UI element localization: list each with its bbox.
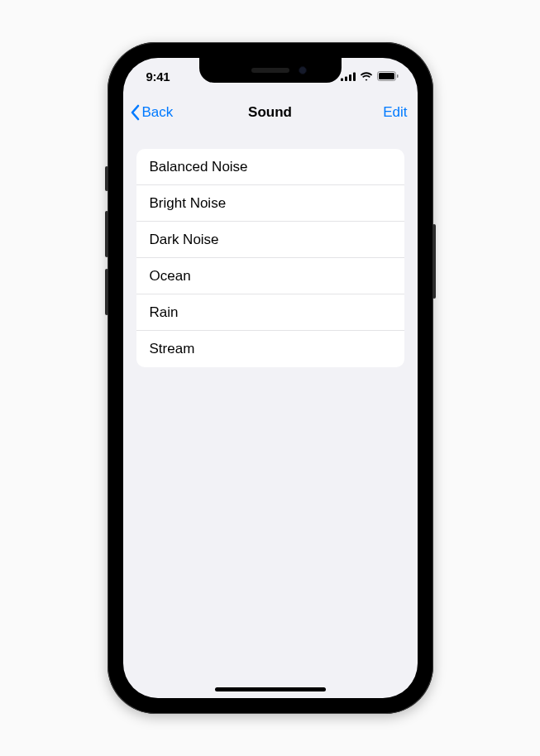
cellular-signal-icon — [341, 72, 356, 81]
battery-icon — [377, 71, 399, 81]
chevron-left-icon — [130, 104, 140, 121]
svg-rect-1 — [345, 76, 347, 81]
list-item-label: Bright Noise — [150, 195, 227, 212]
svg-rect-2 — [349, 74, 351, 81]
list-item[interactable]: Dark Noise — [136, 222, 404, 258]
list-item-label: Balanced Noise — [150, 159, 248, 175]
front-camera — [299, 66, 307, 74]
edit-button[interactable]: Edit — [383, 104, 407, 121]
volume-down-button — [105, 269, 108, 315]
power-button — [432, 224, 436, 299]
wifi-icon — [360, 72, 373, 81]
list-item-label: Rain — [150, 304, 179, 321]
status-icons — [341, 71, 399, 81]
list-item[interactable]: Bright Noise — [136, 185, 404, 222]
svg-rect-5 — [379, 73, 394, 79]
list-item-label: Dark Noise — [150, 232, 219, 248]
navigation-bar: Back Sound Edit — [123, 94, 418, 131]
list-item-label: Ocean — [150, 268, 191, 285]
volume-up-button — [105, 211, 108, 257]
list-item[interactable]: Balanced Noise — [136, 149, 404, 185]
notch — [199, 58, 342, 83]
home-indicator[interactable] — [215, 687, 326, 691]
svg-rect-3 — [353, 72, 356, 81]
list-item[interactable]: Rain — [136, 294, 404, 331]
svg-rect-6 — [397, 74, 399, 78]
list-item[interactable]: Stream — [136, 331, 404, 367]
screen: 9:41 Back Sound — [123, 58, 418, 698]
content-area: Balanced Noise Bright Noise Dark Noise O… — [123, 131, 418, 367]
list-item-label: Stream — [150, 341, 195, 357]
mute-switch — [105, 166, 108, 191]
list-item[interactable]: Ocean — [136, 258, 404, 294]
phone-frame: 9:41 Back Sound — [108, 42, 433, 714]
sound-list: Balanced Noise Bright Noise Dark Noise O… — [136, 149, 404, 367]
back-label: Back — [142, 104, 174, 121]
page-title: Sound — [248, 104, 292, 121]
speaker-grille — [251, 68, 289, 73]
status-time: 9:41 — [146, 69, 170, 84]
back-button[interactable]: Back — [130, 104, 174, 121]
svg-rect-0 — [341, 78, 343, 81]
